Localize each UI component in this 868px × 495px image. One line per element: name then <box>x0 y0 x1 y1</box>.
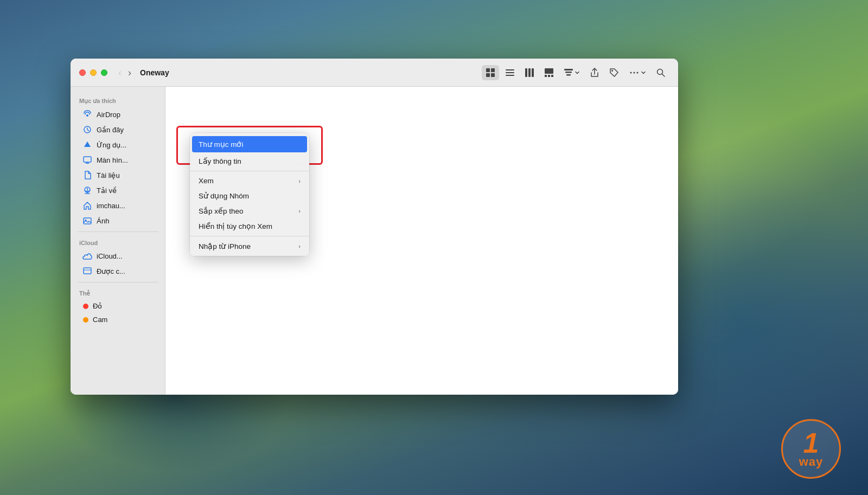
favorites-section-label: Mục ưa thích <box>71 93 165 107</box>
view-chevron: › <box>298 178 301 184</box>
menu-item-sort-by[interactable]: Sắp xếp theo › <box>190 203 309 218</box>
svg-rect-9 <box>532 68 534 77</box>
menu-item-view[interactable]: Xem › <box>190 173 309 188</box>
traffic-lights <box>79 69 107 76</box>
menu-item-get-info[interactable]: Lấy thông tin <box>190 153 309 169</box>
airdrop-label: AirDrop <box>97 111 120 119</box>
sidebar-item-shared[interactable]: Được c... <box>74 263 162 279</box>
svg-rect-6 <box>506 75 514 76</box>
maximize-button[interactable] <box>101 69 107 76</box>
tag-red-label: Đỏ <box>93 302 102 310</box>
menu-separator-2 <box>190 236 309 236</box>
sidebar-item-desktop[interactable]: Màn hìn... <box>74 152 162 168</box>
group-button[interactable] <box>560 65 584 80</box>
sidebar-item-recent[interactable]: Gần đây <box>74 122 162 137</box>
icloud-section-label: iCloud <box>71 235 165 248</box>
forward-button[interactable]: › <box>126 67 133 79</box>
sidebar: Mục ưa thích AirDrop <box>71 87 165 395</box>
shared-label: Được c... <box>97 267 125 275</box>
more-button[interactable] <box>625 65 650 80</box>
svg-rect-26 <box>84 218 91 224</box>
tags-section-label: Thẻ <box>71 286 165 299</box>
menu-separator-1 <box>190 171 309 171</box>
home-icon <box>82 201 92 210</box>
svg-rect-14 <box>564 69 573 70</box>
svg-rect-28 <box>84 268 91 274</box>
documents-icon <box>82 170 92 180</box>
photos-icon <box>82 216 92 226</box>
icloud-label: iCloud... <box>97 252 123 260</box>
sidebar-item-airdrop[interactable]: AirDrop <box>74 107 162 122</box>
svg-rect-8 <box>528 68 531 77</box>
sidebar-item-downloads[interactable]: Tải về <box>74 183 162 198</box>
menu-item-use-groups[interactable]: Sử dụng Nhóm <box>190 188 309 203</box>
nav-buttons: ‹ › <box>116 67 133 79</box>
sidebar-item-tag-orange[interactable]: Cam <box>74 313 162 326</box>
share-button[interactable] <box>586 65 603 80</box>
apps-icon <box>82 140 92 150</box>
menu-item-show-view-options[interactable]: Hiển thị tùy chọn Xem <box>190 218 309 234</box>
grid-view-button[interactable] <box>482 65 499 80</box>
svg-rect-16 <box>566 74 571 76</box>
menu-item-import-from-iphone[interactable]: Nhập từ iPhone › <box>190 239 309 254</box>
minimize-button[interactable] <box>90 69 97 76</box>
svg-rect-24 <box>84 157 91 162</box>
svg-rect-1 <box>491 68 495 72</box>
menu-item-new-folder[interactable]: Thư mục mới <box>192 136 307 152</box>
title-bar: ‹ › Oneway <box>71 59 678 87</box>
main-content[interactable]: Thư mục mới Lấy thông tin Xem › Sử dụng … <box>165 87 678 395</box>
svg-point-18 <box>630 72 632 73</box>
svg-rect-11 <box>545 75 547 77</box>
svg-rect-12 <box>548 75 550 77</box>
svg-point-17 <box>611 70 613 72</box>
list-view-button[interactable] <box>501 65 519 80</box>
sidebar-item-imchau[interactable]: imchau... <box>74 198 162 213</box>
svg-point-19 <box>634 72 635 73</box>
svg-rect-0 <box>486 68 490 72</box>
finder-body: Mục ưa thích AirDrop <box>71 87 678 395</box>
icloud-icon <box>82 251 92 261</box>
search-button[interactable] <box>652 65 669 80</box>
sidebar-item-apps[interactable]: Ứng dụ... <box>74 137 162 152</box>
finder-window: ‹ › Oneway <box>71 59 678 395</box>
tag-button[interactable] <box>605 65 623 80</box>
svg-rect-10 <box>545 68 553 74</box>
window-title: Oneway <box>140 68 169 77</box>
watermark-number: 1 <box>803 429 819 457</box>
watermark-inner: 1 way <box>799 429 824 469</box>
svg-rect-7 <box>525 68 527 77</box>
context-menu: Thư mục mới Lấy thông tin Xem › Sử dụng … <box>190 133 309 256</box>
sidebar-item-documents[interactable]: Tài liệu <box>74 168 162 183</box>
downloads-label: Tải về <box>97 187 117 195</box>
svg-rect-15 <box>565 72 572 73</box>
apps-label: Ứng dụ... <box>97 141 126 149</box>
close-button[interactable] <box>79 69 86 76</box>
imchau-label: imchau... <box>97 202 125 210</box>
recent-label: Gần đây <box>97 126 124 134</box>
import-chevron: › <box>298 243 301 249</box>
column-view-button[interactable] <box>521 65 538 80</box>
documents-label: Tài liệu <box>97 171 120 179</box>
sort-chevron: › <box>298 208 301 214</box>
watermark: 1 way <box>781 419 841 479</box>
svg-point-20 <box>637 72 639 73</box>
sidebar-item-tag-red[interactable]: Đỏ <box>74 299 162 313</box>
downloads-icon <box>82 185 92 195</box>
svg-rect-3 <box>491 73 495 77</box>
shared-icon <box>82 266 92 276</box>
sidebar-divider-1 <box>77 232 158 232</box>
svg-rect-4 <box>506 69 514 70</box>
tag-red-dot <box>83 304 88 309</box>
svg-point-22 <box>86 114 88 117</box>
sidebar-divider-2 <box>77 282 158 282</box>
recent-icon <box>82 125 92 134</box>
svg-rect-5 <box>506 72 514 73</box>
sidebar-item-photos[interactable]: Ảnh <box>74 213 162 228</box>
desktop-icon <box>82 155 92 165</box>
back-button[interactable]: ‹ <box>116 67 124 79</box>
svg-rect-2 <box>486 73 490 77</box>
desktop-label: Màn hìn... <box>97 156 128 164</box>
photos-label: Ảnh <box>97 217 109 225</box>
sidebar-item-icloud[interactable]: iCloud... <box>74 248 162 263</box>
gallery-view-button[interactable] <box>540 65 558 80</box>
